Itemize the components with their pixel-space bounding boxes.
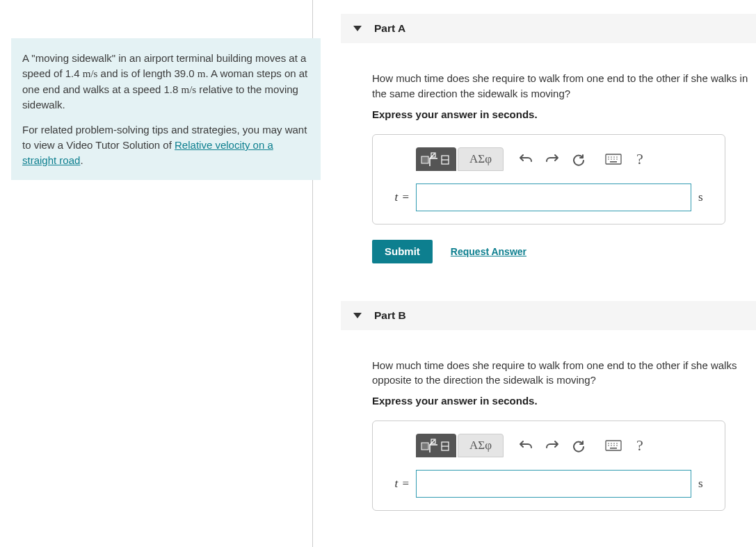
unit-label: s xyxy=(698,477,712,491)
undo-button[interactable] xyxy=(513,434,538,457)
part-a-actions: Submit Request Answer xyxy=(372,240,756,263)
part-b-title: Part B xyxy=(374,309,406,322)
problem-paragraph-1: A "moving sidewalk" in an airport termin… xyxy=(22,51,308,113)
request-answer-link[interactable]: Request Answer xyxy=(451,246,526,257)
help-button[interactable]: ? xyxy=(627,147,652,171)
svg-line-17 xyxy=(430,440,435,445)
part-a-title: Part A xyxy=(374,22,405,35)
chevron-down-icon xyxy=(353,26,362,31)
text-fragment: and is of length 39.0 xyxy=(97,67,197,79)
part-a-instruction: Express your answer in seconds. xyxy=(372,108,756,120)
variable-name: t xyxy=(394,190,398,204)
problem-paragraph-2: For related problem-solving tips and str… xyxy=(22,122,308,168)
symbols-tab[interactable]: ΑΣφ xyxy=(458,434,504,457)
variable-label: t = xyxy=(383,477,409,491)
svg-point-25 xyxy=(608,445,609,446)
svg-point-22 xyxy=(611,443,612,444)
part-a-answer-box: ΑΣφ xyxy=(372,134,725,224)
templates-tab[interactable] xyxy=(416,434,456,457)
part-b-answer-input[interactable] xyxy=(416,470,691,498)
part-a-answer-input[interactable] xyxy=(416,183,691,211)
chevron-down-icon xyxy=(353,313,362,318)
reset-icon xyxy=(572,439,586,452)
svg-point-12 xyxy=(613,158,615,160)
part-a-body: How much time does she require to walk f… xyxy=(341,43,756,277)
template-icon xyxy=(421,438,451,453)
part-a-question: How much time does she require to walk f… xyxy=(372,71,756,101)
reset-button[interactable] xyxy=(566,147,591,171)
problem-statement-box: A "moving sidewalk" in an airport termin… xyxy=(11,38,321,180)
redo-button[interactable] xyxy=(540,147,565,171)
unit-label: s xyxy=(698,190,712,204)
symbols-tab[interactable]: ΑΣφ xyxy=(458,147,504,171)
redo-button[interactable] xyxy=(540,434,565,457)
svg-point-27 xyxy=(613,445,615,446)
svg-line-2 xyxy=(430,154,435,158)
reset-icon xyxy=(572,152,586,166)
variable-name: t xyxy=(394,477,398,490)
problem-sidebar: A "moving sidewalk" in an airport termin… xyxy=(0,0,313,547)
svg-point-13 xyxy=(616,158,618,160)
svg-point-6 xyxy=(608,156,609,158)
keyboard-icon xyxy=(605,154,622,165)
equals-sign: = xyxy=(402,477,409,490)
part-b-question: How much time does she require to walk f… xyxy=(372,358,756,389)
help-icon: ? xyxy=(636,150,643,168)
svg-point-23 xyxy=(613,443,615,444)
svg-point-9 xyxy=(616,156,618,158)
help-button[interactable]: ? xyxy=(627,434,652,457)
svg-point-8 xyxy=(613,156,615,158)
redo-icon xyxy=(545,439,559,452)
svg-point-7 xyxy=(611,156,612,158)
svg-rect-15 xyxy=(421,443,428,450)
keyboard-icon xyxy=(605,440,622,451)
templates-tab[interactable] xyxy=(416,147,456,171)
help-icon: ? xyxy=(636,436,643,455)
part-b-header[interactable]: Part B xyxy=(341,301,756,330)
part-a-header[interactable]: Part A xyxy=(341,14,756,43)
text-fragment: . xyxy=(80,154,83,166)
svg-point-28 xyxy=(616,445,618,446)
svg-point-21 xyxy=(608,443,609,444)
answer-area: Part A How much time does she require to… xyxy=(313,0,756,547)
unit-m: m xyxy=(198,68,206,79)
answer-row: t = s xyxy=(383,183,712,211)
equation-toolbar: ΑΣφ xyxy=(416,434,712,457)
equation-toolbar: ΑΣφ xyxy=(416,147,712,171)
reset-button[interactable] xyxy=(566,434,591,457)
svg-rect-0 xyxy=(421,156,428,163)
svg-point-11 xyxy=(611,158,612,160)
unit-ms: m/s xyxy=(83,68,98,79)
variable-label: t = xyxy=(383,190,409,204)
part-b-instruction: Express your answer in seconds. xyxy=(372,395,756,407)
redo-icon xyxy=(545,152,559,166)
unit-ms: m/s xyxy=(182,84,197,95)
part-b-body: How much time does she require to walk f… xyxy=(341,330,756,534)
symbols-label: ΑΣφ xyxy=(469,152,492,166)
part-a: Part A How much time does she require to… xyxy=(341,14,756,277)
undo-icon xyxy=(519,152,533,166)
svg-rect-14 xyxy=(610,161,617,163)
svg-rect-29 xyxy=(610,448,617,449)
template-icon xyxy=(421,152,451,167)
symbols-label: ΑΣφ xyxy=(469,439,492,452)
svg-point-26 xyxy=(611,445,612,446)
svg-point-24 xyxy=(616,443,618,444)
answer-row: t = s xyxy=(383,470,712,498)
svg-point-10 xyxy=(608,158,609,160)
part-b: Part B How much time does she require to… xyxy=(341,301,756,534)
keyboard-button[interactable] xyxy=(601,434,626,457)
undo-icon xyxy=(519,439,533,452)
keyboard-button[interactable] xyxy=(601,147,626,171)
equals-sign: = xyxy=(402,190,409,204)
part-b-answer-box: ΑΣφ xyxy=(372,421,725,511)
submit-button[interactable]: Submit xyxy=(372,240,433,263)
undo-button[interactable] xyxy=(513,147,538,171)
